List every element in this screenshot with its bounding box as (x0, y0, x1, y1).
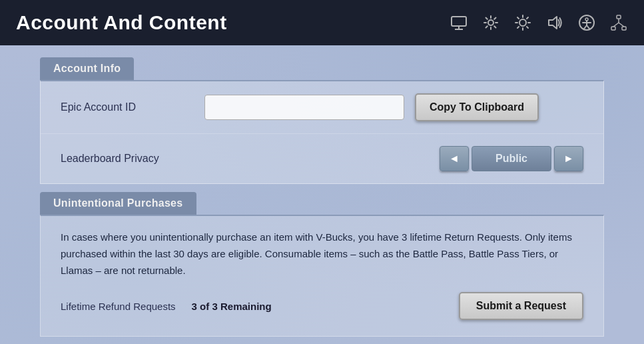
privacy-right-arrow-button[interactable]: ► (554, 146, 583, 171)
svg-rect-22 (622, 27, 626, 30)
unintentional-purchases-tab: Unintentional Purchases (40, 192, 196, 215)
svg-marker-13 (549, 17, 557, 29)
refund-row: Lifetime Refund Requests 3 of 3 Remainin… (61, 292, 583, 320)
svg-rect-0 (452, 17, 466, 26)
epic-account-id-row: Epic Account ID Copy To Clipboard (41, 81, 603, 134)
page-title: Account And Content (16, 11, 227, 34)
header-icon-group (450, 13, 628, 32)
brightness-icon[interactable] (513, 13, 532, 32)
svg-point-3 (488, 20, 493, 25)
privacy-left-arrow-button[interactable]: ◄ (440, 146, 469, 171)
header: Account And Content (0, 0, 644, 45)
unintentional-purchases-body: In cases where you unintentionally purch… (40, 215, 604, 337)
svg-rect-20 (617, 15, 621, 19)
submit-request-button[interactable]: Submit a Request (459, 292, 583, 320)
network-icon[interactable] (609, 13, 628, 32)
svg-point-4 (519, 19, 526, 26)
main-content: Account Info Epic Account ID Copy To Cli… (0, 45, 644, 344)
epic-account-id-label: Epic Account ID (61, 101, 194, 113)
privacy-controls: ◄ Public ► (440, 146, 583, 171)
settings-icon[interactable] (482, 13, 500, 32)
svg-line-12 (517, 27, 519, 28)
privacy-value-display: Public (472, 146, 551, 171)
copy-to-clipboard-button[interactable]: Copy To Clipboard (415, 93, 539, 121)
svg-rect-21 (611, 27, 615, 30)
svg-line-24 (613, 23, 619, 27)
accessibility-icon[interactable] (577, 13, 596, 32)
svg-line-25 (619, 23, 624, 27)
account-info-body: Epic Account ID Copy To Clipboard Leader… (40, 80, 604, 184)
svg-line-10 (527, 27, 528, 28)
svg-line-11 (527, 17, 528, 19)
purchase-description-text: In cases where you unintentionally purch… (61, 229, 583, 279)
account-info-section: Account Info Epic Account ID Copy To Cli… (40, 57, 604, 184)
svg-line-9 (517, 17, 519, 19)
audio-icon[interactable] (545, 13, 564, 32)
unintentional-purchases-section: Unintentional Purchases In cases where y… (40, 184, 604, 337)
refund-label: Lifetime Refund Requests (61, 301, 176, 312)
leaderboard-privacy-row: Leaderboard Privacy ◄ Public ► (41, 134, 603, 183)
display-icon[interactable] (450, 13, 468, 32)
leaderboard-privacy-label: Leaderboard Privacy (61, 153, 194, 165)
epic-account-id-input[interactable] (204, 95, 404, 120)
account-info-tab: Account Info (40, 57, 134, 80)
svg-line-19 (587, 25, 589, 29)
refund-count: 3 of 3 Remaining (192, 301, 272, 312)
